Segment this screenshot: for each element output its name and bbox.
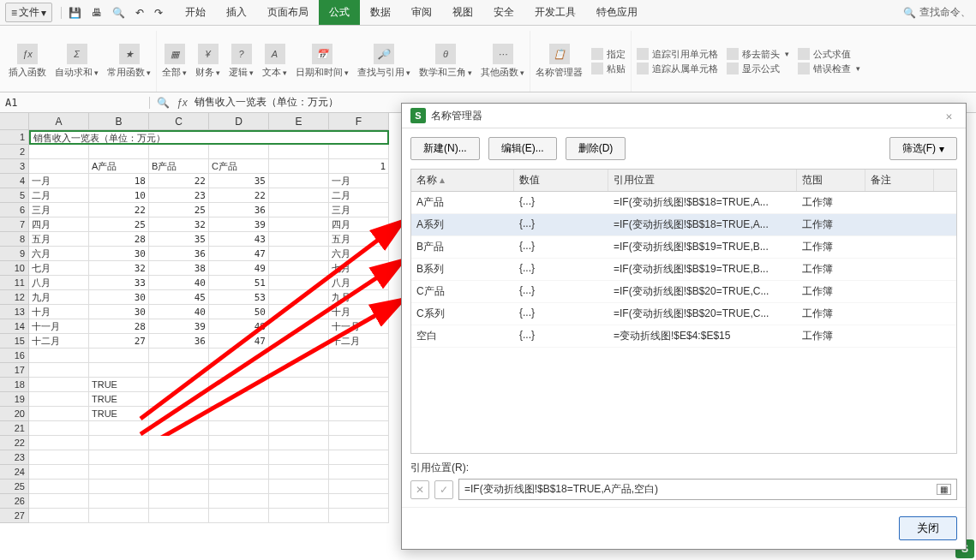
cell[interactable]: 22 xyxy=(209,188,269,203)
cell[interactable]: 二月 xyxy=(29,188,89,203)
cell[interactable] xyxy=(89,509,149,523)
cell[interactable]: 39 xyxy=(149,319,209,334)
fx-icon[interactable]: ƒx xyxy=(177,97,188,109)
cell[interactable] xyxy=(89,145,149,159)
cell[interactable] xyxy=(269,436,329,450)
cell[interactable]: 18 xyxy=(89,174,149,188)
cell[interactable] xyxy=(89,363,149,378)
cell[interactable]: 八月 xyxy=(329,276,389,290)
delete-button[interactable]: 删除(D) xyxy=(566,137,626,160)
cell[interactable] xyxy=(149,349,209,363)
cell[interactable] xyxy=(209,494,269,509)
cell[interactable] xyxy=(269,188,329,203)
other-fn[interactable]: ⋯其他函数▾ xyxy=(481,44,524,79)
tab-view[interactable]: 视图 xyxy=(442,0,483,25)
cell[interactable] xyxy=(29,378,89,392)
col-header[interactable]: F xyxy=(329,113,389,130)
cell[interactable] xyxy=(149,436,209,450)
row-header[interactable]: 7 xyxy=(0,217,29,232)
date-fn[interactable]: 📅日期和时间▾ xyxy=(296,44,349,79)
cell[interactable]: 32 xyxy=(89,261,149,276)
cell[interactable] xyxy=(29,450,89,465)
cell[interactable] xyxy=(149,407,209,421)
row-header[interactable]: 25 xyxy=(0,480,29,494)
save-icon[interactable]: 💾 xyxy=(69,7,81,19)
cell[interactable]: 六月 xyxy=(329,247,389,261)
cell[interactable] xyxy=(329,450,389,465)
cell[interactable]: 十月 xyxy=(29,305,89,319)
lookup-fn[interactable]: 🔎查找与引用▾ xyxy=(357,44,410,79)
cell[interactable]: 十月 xyxy=(329,305,389,319)
print-icon[interactable]: 🖶 xyxy=(92,7,102,19)
cell[interactable]: 一月 xyxy=(329,174,389,188)
cell[interactable] xyxy=(209,421,269,436)
cell[interactable] xyxy=(29,407,89,421)
col-header[interactable]: E xyxy=(269,113,329,130)
cell[interactable] xyxy=(329,509,389,523)
row-header[interactable]: 20 xyxy=(0,407,29,421)
cell[interactable] xyxy=(29,392,89,407)
tab-data[interactable]: 数据 xyxy=(360,0,401,25)
cell[interactable] xyxy=(269,450,329,465)
cell[interactable]: 22 xyxy=(149,174,209,188)
row-header[interactable]: 23 xyxy=(0,450,29,465)
cell[interactable]: 49 xyxy=(209,261,269,276)
cell[interactable]: 45 xyxy=(149,290,209,305)
autosum[interactable]: Σ自动求和▾ xyxy=(55,44,99,79)
tab-review[interactable]: 审阅 xyxy=(401,0,442,25)
cell[interactable] xyxy=(29,145,89,159)
tab-formula[interactable]: 公式 xyxy=(319,0,360,25)
cell[interactable] xyxy=(329,465,389,480)
cell[interactable]: 25 xyxy=(89,217,149,232)
cell[interactable] xyxy=(89,436,149,450)
cell[interactable] xyxy=(269,217,329,232)
cell[interactable]: 32 xyxy=(149,217,209,232)
cell[interactable]: 28 xyxy=(89,319,149,334)
row-header[interactable]: 18 xyxy=(0,378,29,392)
cell[interactable] xyxy=(149,465,209,480)
preview-icon[interactable]: 🔍 xyxy=(112,7,125,19)
row-header[interactable]: 2 xyxy=(0,145,29,159)
cell[interactable] xyxy=(149,494,209,509)
col-header[interactable]: A xyxy=(29,113,89,130)
cell[interactable] xyxy=(269,159,329,174)
cell[interactable]: 40 xyxy=(149,305,209,319)
name-manager[interactable]: 📋名称管理器 xyxy=(536,44,583,79)
tab-start[interactable]: 开始 xyxy=(175,0,216,25)
row-header[interactable]: 6 xyxy=(0,203,29,217)
cell[interactable]: A产品 xyxy=(89,159,149,174)
new-button[interactable]: 新建(N)... xyxy=(410,137,480,160)
cell[interactable] xyxy=(29,363,89,378)
row-header[interactable]: 14 xyxy=(0,319,29,334)
cell[interactable] xyxy=(269,203,329,217)
name-box[interactable]: A1 xyxy=(0,97,150,109)
cell[interactable] xyxy=(29,159,89,174)
cell[interactable]: 八月 xyxy=(29,276,89,290)
th-value[interactable]: 数值 xyxy=(514,170,608,191)
cell[interactable] xyxy=(29,436,89,450)
cell[interactable]: B产品 xyxy=(149,159,209,174)
cell[interactable] xyxy=(329,494,389,509)
cell[interactable]: 1 xyxy=(329,159,389,174)
all-fn[interactable]: ▦全部▾ xyxy=(162,44,187,79)
eval-formula[interactable]: 公式求值 xyxy=(798,48,860,61)
show-formula[interactable]: 显示公式 xyxy=(727,63,789,75)
cell[interactable]: 35 xyxy=(209,174,269,188)
row-header[interactable]: 3 xyxy=(0,159,29,174)
undo-icon[interactable]: ↶ xyxy=(135,7,144,19)
cell[interactable] xyxy=(149,509,209,523)
cell[interactable]: 五月 xyxy=(329,232,389,247)
cell[interactable] xyxy=(329,378,389,392)
cell[interactable] xyxy=(29,465,89,480)
cell[interactable]: 36 xyxy=(209,203,269,217)
row-header[interactable]: 21 xyxy=(0,421,29,436)
table-row[interactable]: B产品{...}=IF(变动折线图!$B$19=TRUE,B...工作簿 xyxy=(411,236,956,259)
cell[interactable]: 九月 xyxy=(329,290,389,305)
cancel-ref-button[interactable]: ✕ xyxy=(410,480,429,499)
cell[interactable] xyxy=(269,509,329,523)
assign[interactable]: 指定 xyxy=(591,48,626,61)
error-check[interactable]: 错误检查▾ xyxy=(798,63,860,75)
col-header[interactable]: D xyxy=(209,113,269,130)
trace-dep[interactable]: 追踪从属单元格 xyxy=(637,63,718,75)
cell[interactable] xyxy=(269,232,329,247)
